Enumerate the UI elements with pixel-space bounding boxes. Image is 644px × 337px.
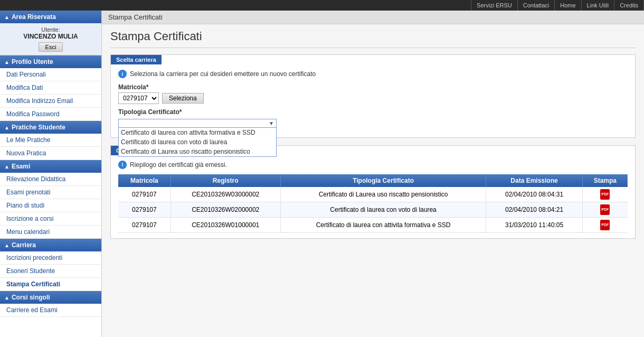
main-content: Stampa Certificati Scelta carriera i Sel… <box>102 24 644 251</box>
nav-servizi-ersu[interactable]: Servizi ERSU <box>471 0 518 11</box>
cell-data_emissione: 31/03/2010 11:40:05 <box>486 217 582 232</box>
sidebar-item-modifica-password[interactable]: Modifica Password <box>0 108 101 121</box>
cell-matricola: 0279107 <box>118 187 171 202</box>
cell-matricola: 0279107 <box>118 217 171 232</box>
matricola-row: 0279107 Seleziona <box>118 92 628 104</box>
table-body: 0279107CE2010326W03000002Certificato di … <box>118 187 628 233</box>
col-data-emissione: Data Emissione <box>486 174 582 187</box>
scelta-carriera-tab[interactable]: Scelta carriera <box>111 55 162 64</box>
pratiche-arrow: ▲ <box>4 125 10 130</box>
area-riservata-label: Area Riservata <box>12 13 56 21</box>
sidebar-item-carriera-ed-esami[interactable]: Carriere ed Esami <box>0 304 101 317</box>
cell-registro: CE2010326W01000001 <box>171 217 280 232</box>
certificati-emessi-body: i Riepilogo dei certificati già emessi. … <box>111 155 635 238</box>
main-breadcrumb: Stampa Certificati <box>102 11 644 24</box>
pdf-download-button[interactable] <box>600 220 610 230</box>
tipologia-group: Tipologia Certificato* ▼ Certificato di … <box>118 108 628 128</box>
dropdown-arrow-icon: ▼ <box>269 120 274 126</box>
scelta-carriera-body: i Seleziona la carriera per cui desideri… <box>111 64 635 137</box>
sidebar-item-modifica-dati[interactable]: Modifica Dati <box>0 81 101 95</box>
sidebar-user-box: Utente: VINCENZO MULIA Esci <box>0 23 101 55</box>
breadcrumb-text: Stampa Certificati <box>108 13 163 21</box>
profilo-arrow: ▲ <box>4 59 10 65</box>
top-navigation: Servizi ERSU Contattaci Home Link Utili … <box>0 0 644 11</box>
cell-stampa <box>582 202 628 217</box>
table-header: Matricola Registro Tipologia Certificato… <box>118 174 628 187</box>
tipologia-dropdown-header[interactable]: ▼ <box>118 119 277 128</box>
sidebar-item-stampa-certificati[interactable]: Stampa Certificati <box>0 278 101 291</box>
sidebar-item-iscrizioni-precedenti[interactable]: Iscrizioni precedenti <box>0 251 101 265</box>
matricola-label: Matricola* <box>118 83 628 91</box>
pratiche-label: Pratiche Studente <box>12 124 65 131</box>
logout-button[interactable]: Esci <box>39 42 63 52</box>
col-registro: Registro <box>171 174 280 187</box>
dropdown-item-0[interactable]: Certificato di laurea con attivita forma… <box>119 128 276 137</box>
corsi-label: Corsi singoli <box>12 294 50 301</box>
table-row: 0279107CE2010326W01000001Certificato di … <box>118 217 628 232</box>
cell-data_emissione: 02/04/2010 08:04:21 <box>486 202 582 217</box>
sidebar-pratiche-header[interactable]: ▲ Pratiche Studente <box>0 121 101 134</box>
sidebar-corsi-header[interactable]: ▲ Corsi singoli <box>0 291 101 304</box>
sidebar-area-riservata-header[interactable]: ▲ Area Riservata <box>0 11 101 23</box>
tipologia-dropdown-container: ▼ Certificato di laurea con attivita for… <box>118 119 277 128</box>
sidebar: ▲ Area Riservata Utente: VINCENZO MULIA … <box>0 11 102 337</box>
esami-arrow: ▲ <box>4 164 10 170</box>
table-row: 0279107CE2010326W03000002Certificato di … <box>118 187 628 202</box>
matricola-select[interactable]: 0279107 <box>118 92 159 104</box>
main-layout: ▲ Area Riservata Utente: VINCENZO MULIA … <box>0 11 644 337</box>
certificati-emessi-panel: Certificati Emessi i Riepilogo dei certi… <box>110 145 636 239</box>
nav-contattaci[interactable]: Contattaci <box>518 0 555 11</box>
col-matricola: Matricola <box>118 174 171 187</box>
tipologia-label: Tipologia Certificato* <box>118 108 628 116</box>
sidebar-carriera-header[interactable]: ▲ Carriera <box>0 239 101 251</box>
scelta-carriera-panel: Scelta carriera i Seleziona la carriera … <box>110 54 636 138</box>
col-stampa: Stampa <box>582 174 628 187</box>
sidebar-item-dati-personali[interactable]: Dati Personali <box>0 68 101 81</box>
sidebar-item-menu-calendari[interactable]: Menu calendari <box>0 226 101 239</box>
seleziona-button[interactable]: Seleziona <box>162 93 204 104</box>
cell-registro: CE2010326W02000002 <box>171 202 280 217</box>
dropdown-item-1[interactable]: Certificato di laurea con voto di laurea <box>119 137 276 147</box>
cell-stampa <box>582 217 628 232</box>
cell-tipologia: Certificato di laurea con attivita forma… <box>280 217 486 232</box>
profilo-label: Profilo Utente <box>12 58 53 65</box>
sidebar-item-esami-prenotati[interactable]: Esami prenotati <box>0 186 101 199</box>
dropdown-item-2[interactable]: Certificato di Laurea uso riscatto pensi… <box>119 147 276 156</box>
col-tipologia: Tipologia Certificato <box>280 174 486 187</box>
cell-registro: CE2010326W03000002 <box>171 187 280 202</box>
sidebar-item-nuova-pratica[interactable]: Nuova Pratica <box>0 147 101 160</box>
cell-tipologia: Certificato di laurea con voto di laurea <box>280 202 486 217</box>
cell-tipologia: Certificato di Laurea uso riscatto pensi… <box>280 187 486 202</box>
sidebar-item-le-mie-pratiche[interactable]: Le Mie Pratiche <box>0 134 101 147</box>
matricola-group: Matricola* 0279107 Seleziona <box>118 83 628 104</box>
nav-credits[interactable]: Credits <box>614 0 644 11</box>
sidebar-item-piano-di-studi[interactable]: Piano di studi <box>0 199 101 212</box>
area-riservata-arrow: ▲ <box>4 14 10 20</box>
nav-home[interactable]: Home <box>555 0 581 11</box>
esami-label: Esami <box>12 163 30 170</box>
sidebar-item-modifica-indirizzo-email[interactable]: Modifica Indirizzo Email <box>0 95 101 108</box>
sidebar-esami-header[interactable]: ▲ Esami <box>0 160 101 173</box>
riepilogo-icon: i <box>118 161 127 169</box>
utente-label: Utente: <box>2 26 99 33</box>
sidebar-item-iscrizione-a-corsi[interactable]: Iscrizione a corsi <box>0 212 101 226</box>
info-row: i Seleziona la carriera per cui desideri… <box>118 70 628 78</box>
riepilogo-row: i Riepilogo dei certificati già emessi. <box>118 161 628 169</box>
certificati-table: Matricola Registro Tipologia Certificato… <box>118 174 628 233</box>
page-title: Stampa Certificati <box>110 30 636 48</box>
riepilogo-text: Riepilogo dei certificati già emessi. <box>130 161 227 168</box>
cell-stampa <box>582 187 628 202</box>
username-display: VINCENZO MULIA <box>2 33 99 40</box>
carriera-arrow: ▲ <box>4 242 10 248</box>
info-text: Seleziona la carriera per cui desideri e… <box>130 70 316 78</box>
sidebar-item-esoneri-studente[interactable]: Esoneri Studente <box>0 265 101 278</box>
cell-matricola: 0279107 <box>118 202 171 217</box>
nav-link-utili[interactable]: Link Utili <box>582 0 615 11</box>
table-header-row: Matricola Registro Tipologia Certificato… <box>118 174 628 187</box>
info-icon: i <box>118 70 127 78</box>
carriera-label: Carriera <box>12 241 36 249</box>
pdf-download-button[interactable] <box>600 204 610 215</box>
sidebar-profilo-header[interactable]: ▲ Profilo Utente <box>0 55 101 68</box>
sidebar-item-rilevazione-didattica[interactable]: Rilevazione Didattica <box>0 173 101 186</box>
pdf-download-button[interactable] <box>600 189 610 200</box>
